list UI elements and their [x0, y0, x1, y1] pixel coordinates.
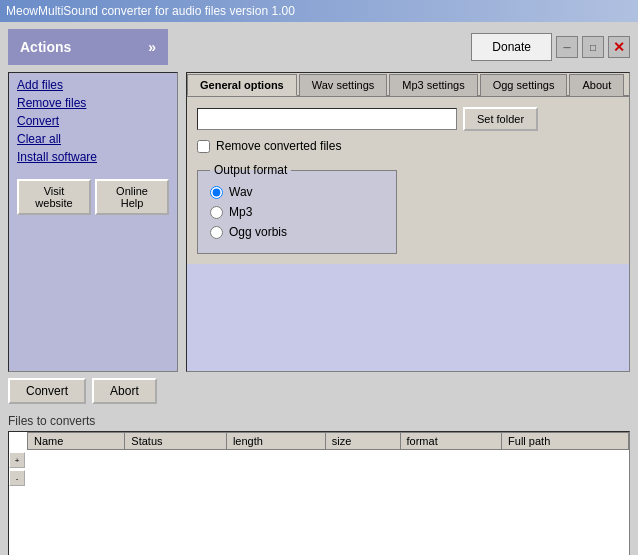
col-header-full-path: Full path — [502, 433, 629, 450]
sidebar-item-clear-all[interactable]: Clear all — [13, 131, 173, 147]
radio-option-ogg: Ogg vorbis — [210, 225, 384, 239]
format-ogg-label: Ogg vorbis — [229, 225, 287, 239]
col-header-status: Status — [125, 433, 227, 450]
remove-converted-checkbox[interactable] — [197, 140, 210, 153]
maximize-icon: □ — [590, 42, 596, 53]
radio-option-wav: Wav — [210, 185, 384, 199]
sidebar-item-remove-files[interactable]: Remove files — [13, 95, 173, 111]
abort-button[interactable]: Abort — [92, 378, 157, 404]
toolbar-right: Donate ─ □ ✕ — [471, 33, 630, 61]
toolbar: Actions » Donate ─ □ ✕ — [0, 22, 638, 72]
visit-website-button[interactable]: Visit website — [17, 179, 91, 215]
content-area: Add files Remove files Convert Clear all… — [0, 72, 638, 372]
main-window: Actions » Donate ─ □ ✕ Add files Remove … — [0, 22, 638, 555]
tab-ogg-settings[interactable]: Ogg settings — [480, 74, 568, 96]
tab-general-options[interactable]: General options — [187, 74, 297, 96]
app-title: MeowMultiSound converter for audio files… — [6, 4, 295, 18]
sidebar-item-add-files[interactable]: Add files — [13, 77, 173, 93]
donate-button[interactable]: Donate — [471, 33, 552, 61]
output-format-legend: Output format — [210, 163, 291, 177]
close-button[interactable]: ✕ — [608, 36, 630, 58]
files-table: Name Status length size format Full path — [27, 432, 629, 450]
col-header-size: size — [325, 433, 400, 450]
scroll-up-button[interactable]: + — [9, 452, 25, 468]
right-panel: General options Wav settings Mp3 setting… — [186, 72, 630, 372]
format-wav-label: Wav — [229, 185, 253, 199]
set-folder-button[interactable]: Set folder — [463, 107, 538, 131]
tab-about[interactable]: About — [569, 74, 624, 96]
double-arrow-icon: » — [148, 40, 156, 54]
files-table-container[interactable]: + - Name Status length size format Full … — [8, 431, 630, 555]
files-area: Files to converts + - Name Status length… — [8, 414, 630, 555]
format-ogg-radio[interactable] — [210, 226, 223, 239]
sidebar-links: Add files Remove files Convert Clear all… — [13, 77, 173, 165]
scroll-controls: + - — [9, 452, 25, 486]
sidebar-item-convert[interactable]: Convert — [13, 113, 173, 129]
bottom-buttons: Convert Abort — [0, 372, 638, 410]
sidebar: Add files Remove files Convert Clear all… — [8, 72, 178, 372]
tab-content: Set folder Remove converted files Output… — [187, 97, 629, 264]
folder-row: Set folder — [197, 107, 619, 131]
sidebar-item-install-software[interactable]: Install software — [13, 149, 173, 165]
tab-mp3-settings[interactable]: Mp3 settings — [389, 74, 477, 96]
minimize-icon: ─ — [563, 42, 570, 53]
actions-label: Actions » — [8, 29, 168, 65]
format-mp3-radio[interactable] — [210, 206, 223, 219]
title-bar: MeowMultiSound converter for audio files… — [0, 0, 638, 22]
scroll-down-button[interactable]: - — [9, 470, 25, 486]
convert-button[interactable]: Convert — [8, 378, 86, 404]
close-icon: ✕ — [613, 39, 625, 55]
format-mp3-label: Mp3 — [229, 205, 252, 219]
minimize-button[interactable]: ─ — [556, 36, 578, 58]
table-header-row: Name Status length size format Full path — [28, 433, 629, 450]
remove-converted-label: Remove converted files — [216, 139, 341, 153]
radio-option-mp3: Mp3 — [210, 205, 384, 219]
remove-converted-row: Remove converted files — [197, 139, 619, 153]
maximize-button[interactable]: □ — [582, 36, 604, 58]
col-header-name: Name — [28, 433, 125, 450]
files-label: Files to converts — [8, 414, 630, 428]
tabs-bar: General options Wav settings Mp3 setting… — [187, 73, 629, 97]
actions-text: Actions — [20, 39, 71, 55]
online-help-button[interactable]: Online Help — [95, 179, 169, 215]
sidebar-buttons: Visit website Online Help — [13, 175, 173, 219]
tab-wav-settings[interactable]: Wav settings — [299, 74, 388, 96]
col-header-length: length — [226, 433, 325, 450]
output-format-group: Output format Wav Mp3 Ogg vorbis — [197, 163, 397, 254]
col-header-format: format — [400, 433, 502, 450]
folder-input[interactable] — [197, 108, 457, 130]
format-wav-radio[interactable] — [210, 186, 223, 199]
